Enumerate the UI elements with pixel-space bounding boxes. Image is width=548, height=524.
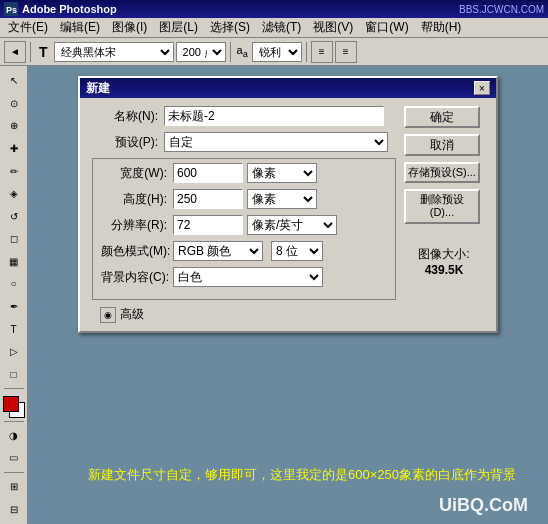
watermark-top: BBS.JCWCN.COM xyxy=(459,4,544,15)
bg-select[interactable]: 白色 xyxy=(173,267,323,287)
resolution-row: 分辨率(R): 像素/英寸 xyxy=(101,215,387,235)
dialog-form: 名称(N): 预设(P): 自定 xyxy=(92,106,396,323)
tool-separator-3 xyxy=(4,472,24,473)
tool-mask[interactable]: ◑ xyxy=(3,425,25,447)
tool-gradient[interactable]: ▦ xyxy=(3,251,25,273)
menu-filter[interactable]: 滤镜(T) xyxy=(256,17,307,38)
color-mode-row: 颜色模式(M): RGB 颜色 8 位 xyxy=(101,241,387,261)
menu-file[interactable]: 文件(E) xyxy=(2,17,54,38)
name-input[interactable] xyxy=(164,106,384,126)
title-bar: Ps Adobe Photoshop BBS.JCWCN.COM xyxy=(0,0,548,18)
menu-window[interactable]: 窗口(W) xyxy=(359,17,414,38)
tool-lasso[interactable]: ⊙ xyxy=(3,93,25,115)
height-label: 高度(H): xyxy=(101,191,173,208)
advanced-label: 高级 xyxy=(120,306,144,323)
width-input[interactable] xyxy=(173,163,243,183)
dialog-overlay: 新建 × 名称(N): 预设(P): xyxy=(28,66,548,524)
tool-path[interactable]: ▷ xyxy=(3,341,25,363)
anti-alias-select[interactable]: 锐利 xyxy=(252,42,302,62)
color-mode-inputs: RGB 颜色 8 位 xyxy=(173,241,323,261)
tool-shape[interactable]: □ xyxy=(3,364,25,386)
menu-view[interactable]: 视图(V) xyxy=(307,17,359,38)
toolbar-divider-2 xyxy=(230,42,231,62)
name-row: 名称(N): xyxy=(92,106,396,126)
tool-brush[interactable]: ✏ xyxy=(3,160,25,182)
save-preset-button[interactable]: 存储预设(S)... xyxy=(404,162,480,183)
bg-label: 背景内容(C): xyxy=(101,269,173,286)
width-label: 宽度(W): xyxy=(101,165,173,182)
dialog-titlebar: 新建 × xyxy=(80,78,496,98)
image-size-label: 图像大小: xyxy=(404,246,484,263)
menu-image[interactable]: 图像(I) xyxy=(106,17,153,38)
bottom-watermark: UiBQ.CoM xyxy=(439,495,528,516)
anti-alias-label: aa xyxy=(235,44,250,59)
dialog-close-button[interactable]: × xyxy=(474,81,490,95)
svg-text:Ps: Ps xyxy=(6,5,17,15)
menu-layer[interactable]: 图层(L) xyxy=(153,17,204,38)
toolbar-divider-3 xyxy=(306,42,307,62)
tool-crop[interactable]: ⊕ xyxy=(3,115,25,137)
resolution-input[interactable] xyxy=(173,215,243,235)
menu-edit[interactable]: 编辑(E) xyxy=(54,17,106,38)
tool-healing[interactable]: ✚ xyxy=(3,138,25,160)
tool-extra2[interactable]: ⊟ xyxy=(3,498,25,520)
dialog-title: 新建 xyxy=(86,80,110,97)
foreground-color[interactable] xyxy=(3,396,19,412)
toolbar: ◄ T 经典黑体宋 200 点 aa 锐利 ≡ ≡ xyxy=(0,38,548,66)
dialog-buttons: 确定 取消 存储预设(S)... 删除预设(D)... 图像大小: 439.5K xyxy=(404,106,484,323)
cancel-button[interactable]: 取消 xyxy=(404,134,480,156)
tool-eraser[interactable]: ◻ xyxy=(3,228,25,250)
tool-stamp[interactable]: ◈ xyxy=(3,183,25,205)
annotation-text: 新建文件尺寸自定，够用即可，这里我定的是600×250象素的白底作为背景 xyxy=(56,465,548,485)
resolution-label: 分辨率(R): xyxy=(101,217,173,234)
align-center-btn[interactable]: ≡ xyxy=(335,41,357,63)
tool-selection[interactable]: ↖ xyxy=(3,70,25,92)
menu-select[interactable]: 选择(S) xyxy=(204,17,256,38)
toolbar-text-icon: T xyxy=(35,44,52,60)
tool-extra[interactable]: ⊞ xyxy=(3,476,25,498)
advanced-toggle[interactable]: ◉ xyxy=(100,307,116,323)
width-unit-select[interactable]: 像素 xyxy=(247,163,317,183)
size-select[interactable]: 200 点 xyxy=(176,42,226,62)
height-unit-select[interactable]: 像素 xyxy=(247,189,317,209)
menu-help[interactable]: 帮助(H) xyxy=(415,17,468,38)
height-row: 高度(H): 像素 xyxy=(101,189,387,209)
delete-preset-button[interactable]: 删除预设(D)... xyxy=(404,189,480,223)
color-depth-select[interactable]: 8 位 xyxy=(271,241,323,261)
preset-label: 预设(P): xyxy=(92,134,164,151)
menu-bar: 文件(E) 编辑(E) 图像(I) 图层(L) 选择(S) 滤镜(T) 视图(V… xyxy=(0,18,548,38)
ok-button[interactable]: 确定 xyxy=(404,106,480,128)
dialog-body: 名称(N): 预设(P): 自定 xyxy=(80,98,496,331)
color-mode-label: 颜色模式(M): xyxy=(101,243,173,260)
width-row: 宽度(W): 像素 xyxy=(101,163,387,183)
main-area: ↖ ⊙ ⊕ ✚ ✏ ◈ ↺ ◻ ▦ ○ ✒ T ▷ □ ◑ ▭ ⊞ ⊟ xyxy=(0,66,548,524)
tool-screen-mode[interactable]: ▭ xyxy=(3,447,25,469)
color-mode-select[interactable]: RGB 颜色 xyxy=(173,241,263,261)
preset-row: 预设(P): 自定 xyxy=(92,132,396,152)
preset-select[interactable]: 自定 xyxy=(164,132,388,152)
tool-history[interactable]: ↺ xyxy=(3,205,25,227)
tool-separator-2 xyxy=(4,421,24,422)
tool-dodge[interactable]: ○ xyxy=(3,273,25,295)
toolbox: ↖ ⊙ ⊕ ✚ ✏ ◈ ↺ ◻ ▦ ○ ✒ T ▷ □ ◑ ▭ ⊞ ⊟ xyxy=(0,66,28,524)
app-icon: Ps xyxy=(4,2,18,16)
tool-separator xyxy=(4,388,24,389)
dimensions-group: 宽度(W): 像素 高度(H): xyxy=(92,158,396,300)
height-input[interactable] xyxy=(173,189,243,209)
image-size-value: 439.5K xyxy=(404,263,484,277)
toolbar-divider-1 xyxy=(30,42,31,62)
color-boxes[interactable] xyxy=(3,396,25,418)
tool-pen[interactable]: ✒ xyxy=(3,296,25,318)
font-select[interactable]: 经典黑体宋 xyxy=(54,42,174,62)
image-size-section: 图像大小: 439.5K xyxy=(404,238,484,277)
canvas-area: 新建 × 名称(N): 预设(P): xyxy=(28,66,548,524)
toolbar-arrow-btn[interactable]: ◄ xyxy=(4,41,26,63)
advanced-row: ◉ 高级 xyxy=(100,306,396,323)
resolution-unit-select[interactable]: 像素/英寸 xyxy=(247,215,337,235)
background-row: 背景内容(C): 白色 xyxy=(101,267,387,287)
name-label: 名称(N): xyxy=(92,108,164,125)
align-left-btn[interactable]: ≡ xyxy=(311,41,333,63)
tool-text[interactable]: T xyxy=(3,318,25,340)
new-document-dialog: 新建 × 名称(N): 预设(P): xyxy=(78,76,498,333)
